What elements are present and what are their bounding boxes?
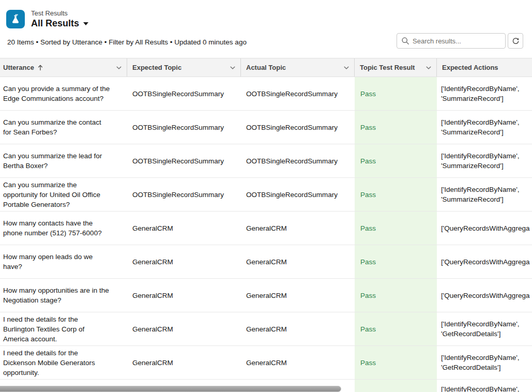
column-label: Expected Topic [132, 64, 181, 71]
expected-topic-text: GeneralCRM [132, 291, 173, 300]
expected-actions-cell: ['QueryRecordsWithAggrega [437, 212, 532, 245]
table-row[interactable]: Can you summarize the contact for Sean F… [0, 111, 532, 144]
utterance-text: How many contacts have the phone number … [3, 218, 111, 238]
topic-test-result-cell: Pass [355, 346, 437, 379]
expected-actions-text: ['QueryRecordsWithAggrega [441, 257, 529, 267]
expected-topic-cell: GeneralCRM [127, 245, 241, 278]
flask-icon [6, 10, 25, 28]
expected-topic-text: GeneralCRM [132, 358, 173, 368]
chevron-down-icon[interactable] [425, 64, 432, 71]
result-badge: Pass [360, 257, 376, 267]
expected-topic-cell: OOTBSingleRecordSummary [127, 111, 241, 144]
results-table: Utterance Expected Topic [0, 58, 532, 392]
actual-topic-text: OOTBSingleRecordSummary [246, 156, 338, 166]
expected-actions-cell: ['IdentifyRecordByName', [437, 380, 532, 392]
expected-actions-text: ['IdentifyRecordByName', 'SummarizeRecor… [441, 84, 532, 103]
expected-actions-text: ['IdentifyRecordByName', 'SummarizeRecor… [441, 117, 532, 137]
expected-topic-cell: GeneralCRM [127, 212, 241, 245]
column-header-expected-actions[interactable]: Expected Actions [437, 58, 532, 77]
result-badge: Pass [360, 123, 376, 132]
actual-topic-cell: OOTBSingleRecordSummary [241, 178, 355, 211]
actual-topic-text: OOTBSingleRecordSummary [246, 123, 338, 132]
expected-actions-cell: ['IdentifyRecordByName', 'SummarizeRecor… [437, 144, 532, 177]
expected-actions-cell: ['IdentifyRecordByName', 'GetRecordDetai… [437, 346, 532, 379]
table-row[interactable]: Can you summarize the opportunity for Un… [0, 178, 532, 212]
expected-actions-cell: ['QueryRecordsWithAggrega [437, 245, 532, 278]
result-badge: Pass [360, 358, 376, 368]
actual-topic-text: OOTBSingleRecordSummary [246, 190, 338, 200]
utterance-text: Can you summarize the contact for Sean F… [3, 117, 111, 137]
page-header: Test Results All Results [0, 0, 532, 32]
utterance-text: Can you summarize the lead for Bertha Bo… [3, 151, 111, 171]
column-header-topic-test-result[interactable]: Topic Test Result [355, 58, 437, 77]
utterance-cell: How many open leads do we have? [0, 245, 127, 278]
utterance-text: How many open leads do we have? [3, 252, 111, 272]
expected-topic-text: GeneralCRM [132, 223, 173, 233]
list-controls: 20 Items • Sorted by Utterance • Filter … [0, 32, 532, 58]
utterance-cell: Can you summarize the lead for Bertha Bo… [0, 144, 127, 177]
table-row[interactable]: Can you provide a summary of the Edge Co… [0, 77, 532, 111]
utterance-cell: Can you provide a summary of the Edge Co… [0, 77, 127, 110]
list-view-selector[interactable]: All Results [31, 18, 88, 29]
table-row[interactable]: How many opportunities are in the Negoti… [0, 279, 532, 312]
expected-actions-text: ['IdentifyRecordByName', 'SummarizeRecor… [441, 151, 532, 171]
utterance-cell: I need the details for the Burlington Te… [0, 312, 127, 345]
table-row[interactable]: How many contacts have the phone number … [0, 212, 532, 245]
table-row[interactable]: Can you summarize the lead for Bertha Bo… [0, 144, 532, 178]
utterance-text: How many opportunities are in the Negoti… [3, 285, 111, 305]
expected-actions-text: ['IdentifyRecordByName', 'GetRecordDetai… [441, 353, 532, 372]
expected-topic-text: GeneralCRM [132, 257, 173, 267]
refresh-button[interactable] [508, 33, 523, 49]
search-box [397, 33, 506, 49]
topic-test-result-cell [355, 380, 437, 392]
table-row[interactable]: I need the details for the Dickenson Mob… [0, 346, 532, 380]
expected-topic-cell: GeneralCRM [127, 346, 241, 379]
utterance-text: Can you provide a summary of the Edge Co… [3, 84, 111, 103]
expected-actions-cell: ['IdentifyRecordByName', 'GetRecordDetai… [437, 312, 532, 345]
entity-label: Test Results [31, 9, 88, 18]
actual-topic-text: GeneralCRM [246, 358, 287, 368]
chevron-down-icon[interactable] [229, 64, 236, 71]
sort-ascending-icon [37, 64, 43, 71]
column-header-actual-topic[interactable]: Actual Topic [241, 58, 355, 77]
table-header-row: Utterance Expected Topic [0, 58, 532, 77]
table-body: Can you provide a summary of the Edge Co… [0, 77, 532, 392]
result-badge: Pass [360, 190, 376, 200]
topic-test-result-cell: Pass [355, 144, 437, 177]
expected-actions-cell: ['IdentifyRecordByName', 'SummarizeRecor… [437, 77, 532, 110]
list-summary: 20 Items • Sorted by Utterance • Filter … [7, 37, 247, 47]
actual-topic-cell: OOTBSingleRecordSummary [241, 77, 355, 110]
horizontal-scrollbar-thumb[interactable] [0, 386, 341, 392]
expected-actions-text: ['QueryRecordsWithAggrega [441, 291, 529, 300]
expected-actions-text: ['IdentifyRecordByName', [441, 384, 519, 392]
expected-actions-cell: ['QueryRecordsWithAggrega [437, 279, 532, 312]
utterance-text: Can you summarize the opportunity for Un… [3, 180, 111, 209]
topic-test-result-cell: Pass [355, 111, 437, 144]
column-header-expected-topic[interactable]: Expected Topic [127, 58, 241, 77]
actual-topic-cell: OOTBSingleRecordSummary [241, 111, 355, 144]
actual-topic-cell: GeneralCRM [241, 212, 355, 245]
result-badge: Pass [360, 291, 376, 300]
column-label: Expected Actions [442, 64, 498, 71]
column-header-utterance[interactable]: Utterance [0, 58, 127, 77]
topic-test-result-cell: Pass [355, 178, 437, 211]
expected-actions-cell: ['IdentifyRecordByName', 'SummarizeRecor… [437, 178, 532, 211]
refresh-icon [512, 37, 520, 45]
result-badge: Pass [360, 324, 376, 334]
utterance-cell: Can you summarize the opportunity for Un… [0, 178, 127, 211]
expected-topic-cell: GeneralCRM [127, 312, 241, 345]
utterance-cell: I need the details for the Dickenson Mob… [0, 346, 127, 379]
result-badge: Pass [360, 89, 376, 99]
caret-down-icon [83, 22, 88, 25]
table-row[interactable]: I need the details for the Burlington Te… [0, 312, 532, 346]
table-row[interactable]: How many open leads do we have? GeneralC… [0, 245, 532, 279]
search-input[interactable] [397, 33, 506, 49]
expected-actions-text: ['IdentifyRecordByName', 'GetRecordDetai… [441, 319, 532, 339]
chevron-down-icon[interactable] [115, 64, 123, 71]
expected-actions-text: ['IdentifyRecordByName', 'SummarizeRecor… [441, 185, 532, 204]
topic-test-result-cell: Pass [355, 212, 437, 245]
actual-topic-cell: OOTBSingleRecordSummary [241, 144, 355, 177]
chevron-down-icon[interactable] [343, 64, 350, 71]
actual-topic-cell: GeneralCRM [241, 279, 355, 312]
list-view-name: All Results [31, 18, 79, 29]
